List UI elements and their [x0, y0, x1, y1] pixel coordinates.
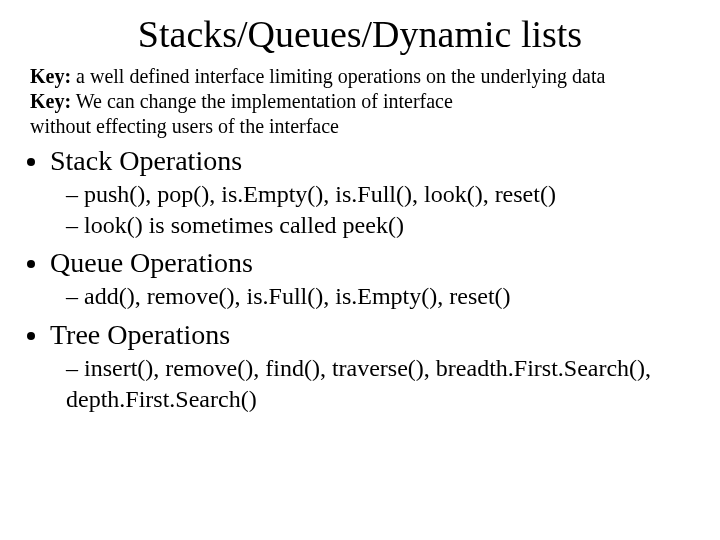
- section-heading: Queue Operations: [50, 247, 690, 279]
- sub-item: look() is sometimes called peek(): [66, 210, 690, 241]
- key-line-2: Key: We can change the implementation of…: [30, 89, 690, 114]
- key-text-2: We can change the implementation of inte…: [71, 90, 453, 112]
- key-label-2: Key:: [30, 90, 71, 112]
- slide-title: Stacks/Queues/Dynamic lists: [30, 12, 690, 56]
- sub-list: insert(), remove(), find(), traverse(), …: [66, 353, 690, 415]
- section-heading: Tree Operations: [50, 319, 690, 351]
- content-list: Stack Operations push(), pop(), is.Empty…: [50, 145, 690, 415]
- key-line-1: Key: a well defined interface limiting o…: [30, 64, 690, 89]
- section-heading: Stack Operations: [50, 145, 690, 177]
- key-line-3: without effecting users of the interface: [30, 114, 690, 139]
- sub-list: add(), remove(), is.Full(), is.Empty(), …: [66, 281, 690, 312]
- sub-item: add(), remove(), is.Full(), is.Empty(), …: [66, 281, 690, 312]
- key-text-1: a well defined interface limiting operat…: [71, 65, 605, 87]
- key-label-1: Key:: [30, 65, 71, 87]
- key-section: Key: a well defined interface limiting o…: [30, 64, 690, 139]
- key-text-3: without effecting users of the interface: [30, 115, 339, 137]
- sub-list: push(), pop(), is.Empty(), is.Full(), lo…: [66, 179, 690, 241]
- sub-item: push(), pop(), is.Empty(), is.Full(), lo…: [66, 179, 690, 210]
- sub-item: insert(), remove(), find(), traverse(), …: [66, 353, 690, 415]
